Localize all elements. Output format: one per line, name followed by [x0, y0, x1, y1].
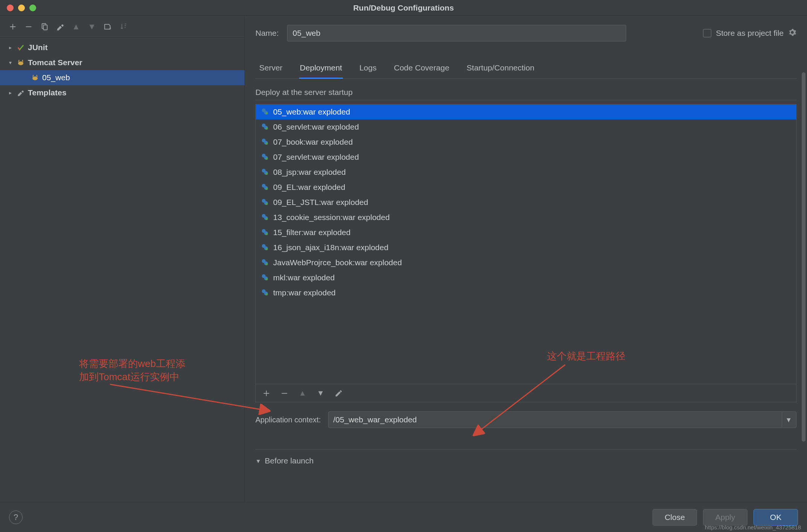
svg-point-22 — [266, 188, 268, 190]
tab-code-coverage[interactable]: Code Coverage — [393, 60, 450, 79]
gear-icon[interactable] — [788, 28, 796, 38]
move-up-button[interactable]: ▲ — [70, 21, 82, 33]
deploy-edit-button[interactable] — [333, 388, 344, 399]
tab-deployment[interactable]: Deployment — [299, 60, 343, 79]
edit-config-button[interactable] — [54, 21, 66, 33]
deploy-item[interactable]: 15_filter:war exploded — [256, 225, 796, 240]
deploy-item-label: 05_web:war exploded — [273, 107, 350, 116]
svg-point-7 — [266, 112, 268, 115]
deploy-item-label: 13_cookie_session:war exploded — [273, 213, 390, 222]
chevron-icon: ▸ — [7, 44, 14, 50]
deploy-item[interactable]: tmp:war exploded — [256, 285, 796, 300]
zoom-window-button[interactable] — [29, 5, 36, 11]
ok-button[interactable]: OK — [754, 509, 798, 526]
tree-item-label: JUnit — [28, 43, 48, 52]
window-controls — [7, 5, 36, 11]
deploy-item[interactable]: 09_EL:war exploded — [256, 180, 796, 195]
artifact-icon — [261, 198, 269, 206]
tree-item-tomcat-server[interactable]: ▾Tomcat Server — [0, 55, 245, 70]
artifact-icon — [261, 258, 269, 267]
deploy-item[interactable]: JavaWebProjrce_book:war exploded — [256, 255, 796, 270]
tab-startup-connection[interactable]: Startup/Connection — [466, 60, 535, 79]
name-label: Name: — [255, 29, 279, 38]
application-context-label: Application context: — [255, 416, 321, 424]
junit-icon — [17, 43, 25, 52]
deploy-item[interactable]: 07_servlet:war exploded — [256, 150, 796, 165]
svg-point-4 — [32, 76, 38, 80]
deploy-item-label: tmp:war exploded — [273, 288, 336, 297]
tab-server[interactable]: Server — [258, 60, 283, 79]
artifact-icon — [261, 138, 269, 146]
chevron-down-icon[interactable]: ▾ — [782, 413, 795, 427]
deploy-remove-button[interactable] — [279, 388, 290, 399]
remove-config-button[interactable] — [23, 21, 35, 33]
artifact-icon — [261, 123, 269, 131]
artifact-icon — [261, 274, 269, 282]
deploy-item[interactable]: 08_jsp:war exploded — [256, 165, 796, 180]
deploy-move-up-button[interactable]: ▲ — [297, 388, 308, 399]
deploy-item-label: 08_jsp:war exploded — [273, 168, 346, 177]
artifact-icon — [261, 289, 269, 297]
wrench-icon — [17, 89, 25, 97]
config-detail-panel: Name: Store as project file ServerDeploy… — [245, 16, 807, 502]
deploy-move-down-button[interactable]: ▼ — [315, 388, 326, 399]
svg-point-16 — [266, 157, 268, 160]
deploy-item[interactable]: 09_EL_JSTL:war exploded — [256, 195, 796, 210]
copy-config-button[interactable] — [38, 21, 50, 33]
deploy-item[interactable]: 05_web:war exploded — [256, 104, 796, 119]
deploy-item-label: 07_servlet:war exploded — [273, 153, 359, 162]
svg-point-25 — [266, 203, 268, 205]
artifact-icon — [261, 228, 269, 237]
deploy-item-label: 16_json_ajax_i18n:war exploded — [273, 243, 388, 252]
deploy-list[interactable]: 05_web:war exploded06_servlet:war explod… — [256, 104, 796, 384]
window-title: Run/Debug Configurations — [353, 3, 454, 12]
svg-rect-2 — [43, 25, 47, 30]
dialog-footer: ? Close Apply OK — [0, 502, 807, 532]
tab-bar: ServerDeploymentLogsCode CoverageStartup… — [255, 60, 796, 79]
deploy-item-label: 09_EL_JSTL:war exploded — [273, 198, 368, 207]
dialog-body: ▲ ▼ ▸JUnit▾Tomcat Server05_web▸Templates… — [0, 16, 807, 502]
deploy-item[interactable]: 16_json_ajax_i18n:war exploded — [256, 240, 796, 255]
save-temp-config-button[interactable] — [102, 21, 114, 33]
deploy-item[interactable]: 06_servlet:war exploded — [256, 119, 796, 135]
svg-point-40 — [266, 278, 268, 280]
deploy-add-button[interactable] — [261, 388, 272, 399]
svg-point-34 — [266, 248, 268, 250]
chevron-icon: ▸ — [7, 90, 14, 96]
deploy-list-wrap: 05_web:war exploded06_servlet:war explod… — [255, 104, 796, 402]
deploy-item[interactable]: mkl:war exploded — [256, 270, 796, 285]
tomcat-local-icon — [31, 73, 39, 82]
config-tree[interactable]: ▸JUnit▾Tomcat Server05_web▸Templates — [0, 38, 245, 502]
deploy-item-label: 09_EL:war exploded — [273, 183, 345, 192]
deploy-item[interactable]: 13_cookie_session:war exploded — [256, 210, 796, 225]
deploy-item-label: JavaWebProjrce_book:war exploded — [273, 258, 402, 267]
before-launch-section[interactable]: ▼ Before launch — [255, 449, 796, 465]
apply-button[interactable]: Apply — [703, 509, 747, 526]
tree-item-junit[interactable]: ▸JUnit — [0, 40, 245, 55]
svg-point-37 — [266, 263, 268, 265]
scrollbar[interactable] — [802, 72, 805, 442]
move-down-button[interactable]: ▼ — [86, 21, 98, 33]
close-window-button[interactable] — [7, 5, 14, 11]
tree-item-05_web[interactable]: 05_web — [0, 70, 245, 85]
store-as-project-row[interactable]: Store as project file — [703, 28, 796, 38]
sort-button[interactable] — [118, 21, 130, 33]
svg-point-19 — [266, 173, 268, 175]
store-checkbox[interactable] — [703, 29, 711, 37]
help-button[interactable]: ? — [9, 511, 23, 524]
config-name-input[interactable] — [287, 25, 626, 41]
deploy-item-label: 06_servlet:war exploded — [273, 122, 359, 131]
application-context-value: /05_web_war_exploded — [333, 415, 417, 424]
titlebar: Run/Debug Configurations — [0, 0, 807, 16]
tab-logs[interactable]: Logs — [359, 60, 378, 79]
tree-item-templates[interactable]: ▸Templates — [0, 85, 245, 100]
deploy-heading: Deploy at the server startup — [255, 88, 796, 100]
deploy-item-label: mkl:war exploded — [273, 273, 335, 282]
application-context-combo[interactable]: /05_web_war_exploded ▾ — [328, 411, 796, 428]
close-button[interactable]: Close — [653, 509, 697, 526]
minimize-window-button[interactable] — [18, 5, 25, 11]
svg-point-13 — [266, 142, 268, 145]
add-config-button[interactable] — [7, 21, 19, 33]
deploy-item[interactable]: 07_book:war exploded — [256, 135, 796, 150]
svg-point-10 — [266, 127, 268, 130]
